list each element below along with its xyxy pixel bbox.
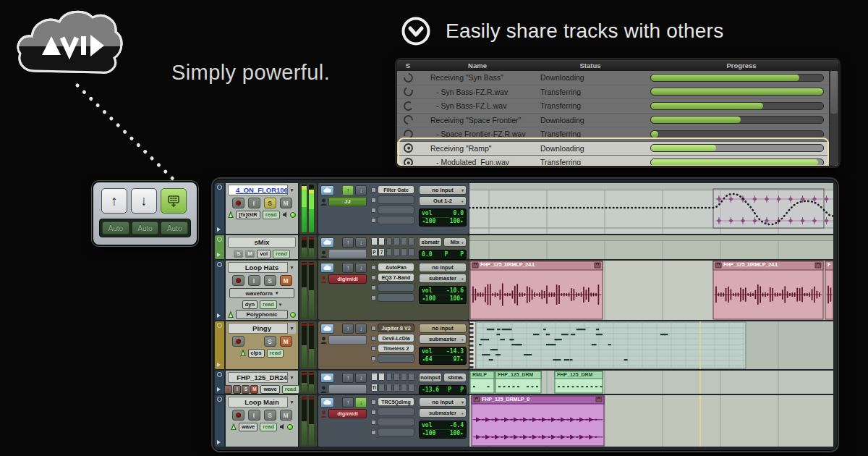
insert-slot[interactable] <box>371 195 414 204</box>
track-group-icon[interactable] <box>217 323 222 328</box>
transfer-scrollbar-thumb[interactable] <box>830 71 838 114</box>
track-view-selector[interactable]: waveform▾ <box>229 288 294 298</box>
mini-send-button[interactable]: Ti <box>371 384 378 392</box>
track-s-button[interactable]: S <box>264 275 276 286</box>
mini-send-cell[interactable] <box>378 237 385 245</box>
mini-send-cell[interactable] <box>408 248 414 256</box>
insert-slot[interactable]: TRC5Qdlmg <box>371 397 414 406</box>
mini-send-cell[interactable] <box>401 373 407 381</box>
mini-send-cell[interactable] <box>386 384 393 392</box>
timeline-lane[interactable] <box>469 321 833 369</box>
insert-plugin-label[interactable]: Jupiter-8 V2 <box>378 324 414 332</box>
column-header-s[interactable]: S <box>397 62 419 69</box>
track-upload-button[interactable]: ↑ <box>342 373 354 383</box>
insert-plugin-label[interactable]: TRC5Qdlmg <box>378 397 414 406</box>
cloud-sync-button[interactable] <box>320 324 334 334</box>
transfer-row[interactable]: Receiving "Syn Bass"Downloading <box>397 71 838 85</box>
timeline-lane[interactable] <box>469 183 833 234</box>
input-selector[interactable]: no input▾ <box>419 397 467 407</box>
track-upload-button[interactable]: ↑ <box>342 263 354 273</box>
insert-empty-slot[interactable] <box>378 418 414 426</box>
automation-read-chip[interactable]: read <box>260 300 277 309</box>
column-header-status[interactable]: Status <box>536 62 644 69</box>
column-header-progress[interactable]: Progress <box>644 62 838 69</box>
mini-s-button[interactable]: S <box>242 385 250 394</box>
mini-send-button[interactable]: 7 <box>378 248 385 256</box>
insert-empty-slot[interactable] <box>378 293 414 302</box>
insert-slot[interactable]: Timeless 2 <box>371 344 414 352</box>
insert-slot[interactable]: Devil-LcDla <box>371 334 414 342</box>
mini-i-button[interactable]: I <box>233 385 241 394</box>
input-selector[interactable]: no input▾ <box>419 185 467 195</box>
track-m-button[interactable]: M <box>280 275 292 286</box>
track-name-dropdown[interactable]: ▾ <box>287 372 296 383</box>
track-upload-button[interactable]: ↑ <box>342 397 354 408</box>
output-selector[interactable]: submaster+ <box>419 334 467 344</box>
track-i-button[interactable]: I <box>248 275 260 286</box>
track-option-chip[interactable]: [fx]GtR <box>236 211 260 219</box>
collaborator-name-pill[interactable] <box>328 249 367 258</box>
track-group-icon[interactable] <box>217 397 222 402</box>
track-option-chip[interactable]: clps <box>248 349 265 358</box>
collaborator-name-pill[interactable]: digimidi <box>328 274 367 284</box>
record-enable-button[interactable] <box>232 410 244 421</box>
track-i-button[interactable]: I <box>248 410 260 421</box>
mini-send-button[interactable]: P <box>371 248 378 256</box>
track-expand-icon[interactable] <box>217 253 221 257</box>
track-expand-icon[interactable] <box>217 440 221 444</box>
automation-read-chip[interactable]: read <box>273 250 290 258</box>
cloud-sync-button[interactable] <box>320 185 334 195</box>
insert-slot[interactable]: AutoPan <box>371 263 414 271</box>
output-selector[interactable]: submaster+ <box>419 274 467 283</box>
insert-plugin-label[interactable]: AutoPan <box>378 263 414 271</box>
mini-send-cell[interactable] <box>393 384 400 392</box>
mini-send-cell[interactable] <box>393 248 400 256</box>
mini-send-cell[interactable] <box>393 237 400 245</box>
track-upload-button[interactable]: ↑ <box>342 324 354 334</box>
track-option-chip[interactable]: vol <box>257 250 271 258</box>
output-selector[interactable]: sbma+ <box>443 373 467 382</box>
insert-slot[interactable] <box>371 206 414 214</box>
mini-send-cell[interactable] <box>371 373 378 381</box>
track-s-button[interactable]: S <box>234 250 243 258</box>
mini-send-cell[interactable] <box>371 237 378 245</box>
mini-send-cell[interactable] <box>401 237 407 245</box>
mini-send-cell[interactable] <box>386 373 393 381</box>
track-s-button[interactable]: S <box>264 336 276 347</box>
track-name-dropdown[interactable]: ▾ <box>287 262 296 273</box>
automation-read-chip[interactable]: read <box>263 211 280 219</box>
mini-send-cell[interactable] <box>386 237 393 245</box>
record-enable-button[interactable] <box>232 198 244 208</box>
automation-read-chip[interactable]: read <box>260 423 277 431</box>
cloud-sync-button[interactable] <box>320 373 334 383</box>
track-name[interactable]: FHP_125_DR24▾ <box>228 372 296 383</box>
transfer-row[interactable]: - Syn Bass-FZ.L.wavTransferring <box>397 99 838 114</box>
mini-send-cell[interactable] <box>378 373 385 381</box>
track-download-button[interactable]: ↓ <box>355 185 367 195</box>
output-selector[interactable]: Mix+ <box>443 237 467 247</box>
insert-empty-slot[interactable] <box>378 408 414 416</box>
insert-empty-slot[interactable] <box>378 206 414 214</box>
insert-slot[interactable] <box>371 354 414 363</box>
track-name[interactable]: sMix <box>228 237 296 248</box>
insert-slot[interactable] <box>371 428 414 436</box>
mini-send-cell[interactable] <box>386 248 393 256</box>
track-group-icon[interactable] <box>217 185 222 190</box>
track-m-button[interactable]: M <box>280 410 292 421</box>
cloud-sync-button[interactable] <box>320 397 334 408</box>
collaborator-name-pill[interactable]: digimidi <box>328 409 367 418</box>
output-selector[interactable]: submaster+ <box>419 408 467 418</box>
track-name-dropdown[interactable]: ▾ <box>287 185 296 195</box>
track-download-button[interactable]: ↓ <box>355 397 367 408</box>
track-upload-button[interactable]: ↑ <box>342 185 354 195</box>
track-name[interactable]: Pingy▾ <box>228 323 296 334</box>
mini-m-button[interactable]: M <box>250 385 258 394</box>
track-expand-icon[interactable] <box>217 227 221 232</box>
insert-slot[interactable] <box>371 216 414 224</box>
input-selector[interactable]: sbmatr <box>419 237 442 247</box>
record-enable-button[interactable] <box>232 336 244 347</box>
track-option-chip[interactable]: wave <box>260 385 279 394</box>
insert-plugin-label[interactable]: EQ3 7-Band <box>378 273 414 282</box>
track-option-chip[interactable]: dyn <box>242 300 258 309</box>
track-s-button[interactable]: S <box>264 198 276 208</box>
